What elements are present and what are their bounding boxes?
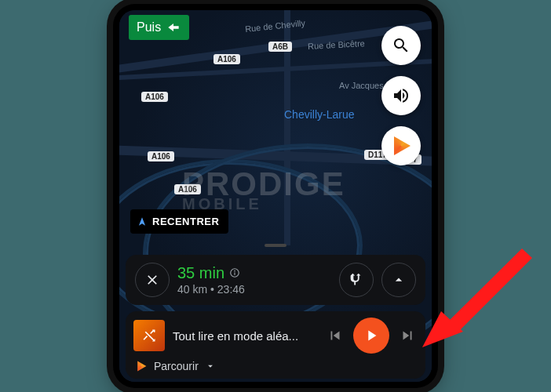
search-icon xyxy=(392,36,411,55)
road-shield: A6B xyxy=(268,42,292,52)
street-label: Rue de Bicêtre xyxy=(308,38,365,51)
recenter-label: RECENTRER xyxy=(152,216,219,227)
close-icon xyxy=(144,272,160,288)
screen: Rue de Chevilly Rue de Bicêtre Av Jacque… xyxy=(119,10,432,382)
alternate-routes-icon xyxy=(348,271,365,289)
trip-distance: 40 km xyxy=(177,283,207,296)
recenter-button[interactable]: RECENTRER xyxy=(130,209,228,234)
close-button[interactable] xyxy=(135,263,170,297)
skip-previous-button[interactable] xyxy=(325,327,345,344)
album-art[interactable] xyxy=(133,320,165,351)
skip-previous-icon xyxy=(327,327,344,344)
svg-point-1 xyxy=(234,270,235,272)
turn-left-icon xyxy=(166,20,181,35)
road-shield: A106 xyxy=(141,92,168,102)
expand-button[interactable] xyxy=(381,263,416,297)
track-title[interactable]: Tout lire en mode aléa... xyxy=(173,329,317,343)
music-app-button[interactable] xyxy=(381,126,421,165)
navigation-arrow-icon xyxy=(137,216,148,227)
google-play-music-icon xyxy=(389,134,413,158)
skip-next-icon xyxy=(399,327,416,344)
volume-icon xyxy=(392,86,411,105)
city-label: Chevilly-Larue xyxy=(284,108,354,121)
phone-frame: Rue de Chevilly Rue de Bicêtre Av Jacque… xyxy=(113,4,438,388)
search-button[interactable] xyxy=(381,26,421,65)
svg-marker-4 xyxy=(446,249,532,333)
road-shield: A106 xyxy=(213,54,240,64)
bottom-panel: 35 min 40 km • 23:46 xyxy=(126,244,425,379)
street-label: Rue de Chevilly xyxy=(245,18,306,34)
skip-next-button[interactable] xyxy=(397,327,418,344)
volume-button[interactable] xyxy=(381,76,421,115)
trip-card[interactable]: 35 min 40 km • 23:46 xyxy=(126,255,425,305)
play-button[interactable] xyxy=(353,318,389,354)
svg-rect-2 xyxy=(234,273,235,276)
next-turn-label: Puis xyxy=(137,20,161,34)
trip-time: 35 min xyxy=(177,263,224,283)
play-icon xyxy=(363,327,380,344)
chevron-up-icon xyxy=(391,272,407,288)
drag-handle[interactable] xyxy=(265,244,286,247)
music-card: Tout lire en mode aléa... Parcourir xyxy=(126,311,425,379)
info-icon xyxy=(229,267,240,278)
trip-eta: 23:46 xyxy=(217,283,245,296)
alternate-routes-button[interactable] xyxy=(339,263,374,297)
next-turn-banner[interactable]: Puis xyxy=(129,15,189,40)
road-shield: A106 xyxy=(148,151,174,162)
google-play-music-icon xyxy=(135,360,148,372)
browse-label: Parcourir xyxy=(154,360,199,372)
trip-info: 35 min 40 km • 23:46 xyxy=(177,263,331,297)
browse-button[interactable]: Parcourir xyxy=(133,358,418,372)
shuffle-icon xyxy=(141,328,157,343)
road-shield: A106 xyxy=(174,184,201,194)
chevron-down-icon xyxy=(205,361,216,372)
